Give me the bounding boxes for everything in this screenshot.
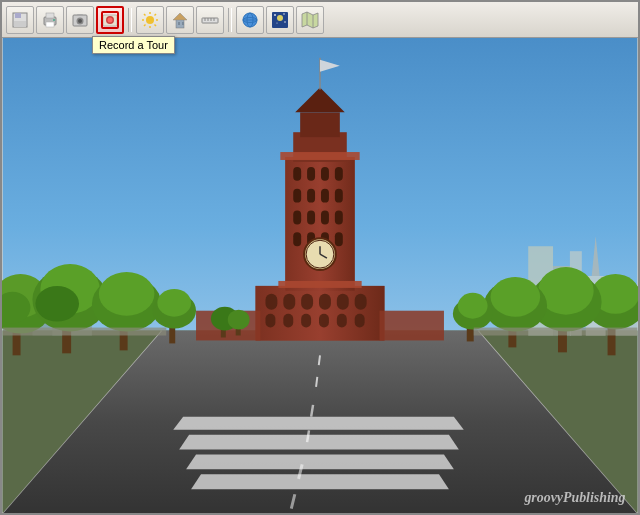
svg-line-21 [155,24,157,26]
svg-point-135 [491,277,541,317]
svg-rect-74 [337,294,349,310]
svg-rect-88 [293,189,301,203]
svg-point-120 [35,286,79,322]
toolbar-btn-building[interactable] [166,6,194,34]
svg-rect-79 [319,314,329,328]
svg-rect-92 [293,211,301,225]
svg-rect-26 [178,22,180,25]
svg-rect-144 [474,328,638,336]
svg-rect-84 [293,167,301,181]
svg-rect-81 [355,314,365,328]
toolbar-btn-save[interactable] [6,6,34,34]
svg-line-20 [144,14,146,16]
svg-rect-109 [280,152,359,160]
svg-point-126 [157,289,191,317]
svg-rect-73 [319,294,331,310]
svg-rect-110 [278,281,361,288]
svg-marker-43 [302,12,318,28]
toolbar-separator-2 [228,8,232,32]
svg-rect-95 [335,211,343,225]
svg-rect-86 [321,167,329,181]
svg-point-6 [53,19,55,21]
toolbar-btn-sun[interactable] [136,6,164,34]
svg-rect-94 [321,211,329,225]
svg-rect-77 [283,314,293,328]
svg-marker-57 [173,417,464,430]
svg-rect-112 [379,311,443,341]
svg-rect-71 [283,294,295,310]
svg-marker-54 [191,474,449,489]
svg-rect-10 [77,14,83,16]
svg-point-123 [99,272,155,316]
svg-rect-72 [301,294,313,310]
svg-rect-89 [307,189,315,203]
svg-point-39 [274,14,276,16]
svg-point-142 [228,310,250,330]
svg-point-15 [146,16,154,24]
svg-point-138 [458,293,488,319]
tooltip: Record a Tour [92,36,175,54]
svg-rect-105 [300,112,340,137]
svg-rect-96 [293,232,301,246]
svg-rect-85 [307,167,315,181]
svg-rect-76 [265,314,275,328]
svg-line-23 [144,24,146,26]
svg-rect-90 [321,189,329,203]
svg-rect-87 [335,167,343,181]
toolbar-btn-print[interactable] [36,6,64,34]
svg-rect-91 [335,189,343,203]
svg-rect-28 [202,18,218,23]
toolbar: Record a Tour [2,2,638,38]
svg-point-9 [78,19,82,23]
svg-marker-56 [179,435,459,450]
toolbar-separator-1 [128,8,132,32]
toolbar-btn-maps[interactable] [296,6,324,34]
svg-rect-5 [46,22,54,27]
svg-rect-80 [337,314,347,328]
svg-rect-70 [265,294,277,310]
toolbar-btn-ruler[interactable] [196,6,224,34]
svg-rect-69 [256,286,385,341]
svg-rect-93 [307,211,315,225]
toolbar-btn-photo[interactable] [66,6,94,34]
svg-rect-1 [15,13,21,18]
viewport: groovyPublishing [2,38,638,513]
svg-point-41 [276,22,277,23]
toolbar-btn-sky[interactable] [266,6,294,34]
svg-rect-143 [3,328,167,336]
svg-point-13 [108,17,113,22]
toolbar-btn-record[interactable] [96,6,124,34]
svg-line-22 [155,14,157,16]
toolbar-btn-globe[interactable] [236,6,264,34]
svg-rect-78 [301,314,311,328]
svg-marker-55 [186,454,454,469]
svg-point-42 [284,21,286,23]
svg-rect-99 [335,232,343,246]
watermark-text: groovyPublishing [523,490,625,505]
svg-rect-75 [355,294,367,310]
svg-rect-4 [46,13,54,18]
svg-point-38 [277,15,283,21]
scene-svg: groovyPublishing [2,38,638,513]
svg-marker-25 [173,13,187,20]
svg-rect-2 [14,21,26,27]
svg-point-40 [283,13,285,15]
app-window: Record a Tour [0,0,640,515]
svg-rect-27 [182,22,184,25]
